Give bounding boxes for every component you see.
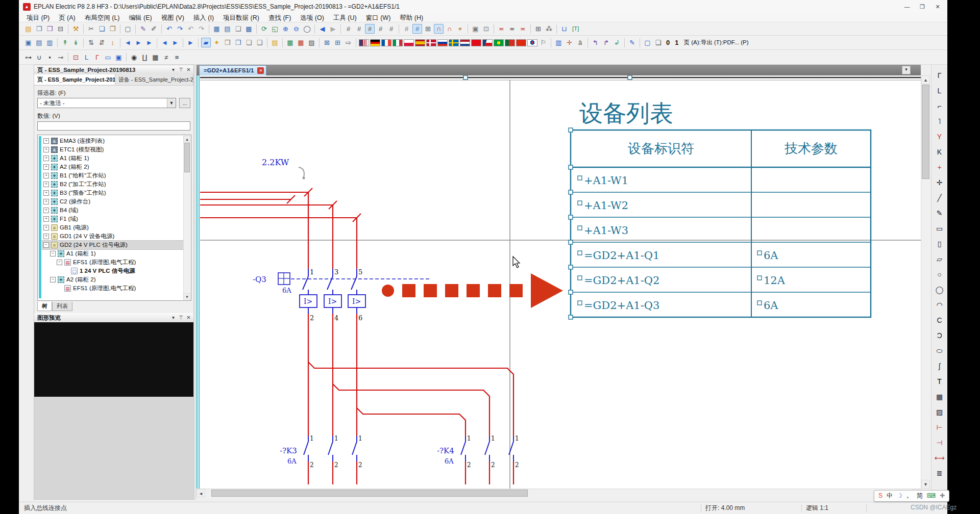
horizontal-scrollbar[interactable]: ◄ ► bbox=[197, 489, 921, 497]
circle2-tool-icon[interactable]: ◯ bbox=[934, 284, 946, 295]
filter-more-button[interactable]: ... bbox=[179, 98, 190, 108]
selection-handle[interactable] bbox=[569, 190, 573, 194]
polygon-tool-icon[interactable]: ▱ bbox=[934, 253, 946, 265]
tree-expander-icon[interactable]: + bbox=[43, 156, 49, 161]
flag-china-icon[interactable] bbox=[516, 39, 526, 46]
close-button[interactable]: ✕ bbox=[930, 2, 945, 12]
flag-italy-icon[interactable] bbox=[393, 39, 403, 46]
rectangle-tool-icon[interactable]: ▭ bbox=[934, 223, 946, 234]
tree-item[interactable]: − + A1 (箱柜 1) bbox=[42, 249, 184, 258]
potential-track-c-icon[interactable]: ≖ bbox=[518, 24, 528, 34]
tree-scroll-thumb[interactable] bbox=[184, 143, 190, 172]
tree-item[interactable]: + + B4 (域) bbox=[42, 206, 184, 215]
tree-item[interactable]: + + B2 ("加工"工作站) bbox=[42, 180, 184, 189]
export-scheme-label[interactable]: 页 (A):导出 (T):PDF... (P) bbox=[681, 38, 750, 47]
separator[interactable] bbox=[399, 24, 399, 34]
strike-tool-icon[interactable]: ≠ bbox=[161, 53, 171, 62]
undo-icon[interactable]: ↶ bbox=[164, 24, 174, 34]
panel-pin-icon[interactable]: ⊤ bbox=[177, 314, 185, 321]
tree-expander-icon[interactable]: + bbox=[43, 199, 49, 204]
frame-select-icon[interactable]: ▢ bbox=[643, 38, 652, 47]
snap-to-grid-icon[interactable]: # bbox=[412, 24, 422, 34]
separator[interactable] bbox=[126, 53, 127, 62]
menu-item[interactable]: 布局空间 (L) bbox=[80, 13, 125, 22]
magnet-off-icon[interactable]: ∩ bbox=[445, 24, 454, 34]
separator[interactable] bbox=[209, 24, 209, 34]
separator[interactable] bbox=[556, 24, 557, 34]
separator[interactable] bbox=[83, 38, 84, 47]
zoom-in-icon[interactable]: ⊕ bbox=[281, 24, 290, 34]
spline-tool-icon[interactable]: ʃ bbox=[934, 361, 946, 372]
flag-france-icon[interactable] bbox=[381, 39, 391, 46]
potential-track-b-icon[interactable]: ≖ bbox=[507, 24, 517, 34]
page-counter-zero[interactable]: 0 bbox=[664, 38, 672, 47]
schematic-canvas[interactable]: 2.2KW135246I>I>I>-Q36A121212-?K36A121212… bbox=[197, 75, 921, 489]
panel-pin-icon[interactable]: ⊤ bbox=[177, 66, 185, 73]
line-tool-icon[interactable]: ╱ bbox=[934, 192, 946, 203]
grid-e-icon[interactable]: # bbox=[386, 24, 396, 34]
tree-item[interactable]: + + F1 (域) bbox=[42, 215, 184, 223]
flag-denmark-icon[interactable] bbox=[426, 39, 436, 46]
tree-expander-icon[interactable]: + bbox=[43, 182, 49, 187]
bus-connection-point-icon[interactable]: ⊶ bbox=[23, 53, 33, 62]
panel-close-icon[interactable]: ✕ bbox=[185, 66, 192, 73]
tree-item[interactable]: + & EMA3 (连接列表) bbox=[42, 137, 184, 145]
pen-tool-icon[interactable]: ✎ bbox=[934, 208, 946, 219]
rectangle2-tool-icon[interactable]: ▯ bbox=[934, 238, 946, 249]
separator[interactable] bbox=[57, 38, 58, 47]
language-icon[interactable]: ⚐ bbox=[538, 38, 548, 47]
navigator-tab[interactable]: 页 - ESS_Sample_Project-2019... bbox=[34, 74, 115, 85]
tree-expander-icon[interactable]: + bbox=[43, 190, 49, 196]
separator[interactable] bbox=[587, 38, 588, 47]
document-tab[interactable]: =GD2+A1&EFS1/1 ✕ bbox=[199, 65, 266, 75]
zoom-out-icon[interactable]: ⊖ bbox=[291, 24, 301, 34]
flag-germany-icon[interactable] bbox=[370, 39, 380, 46]
scroll-down-icon[interactable]: ▼ bbox=[921, 480, 930, 489]
flag-turkey-icon[interactable] bbox=[471, 39, 481, 46]
circle-tool-icon[interactable]: ○ bbox=[934, 269, 946, 280]
redo-list-icon[interactable]: ↷ bbox=[197, 24, 206, 34]
structure-box-icon[interactable]: ⊡ bbox=[71, 53, 81, 62]
sort-desc-icon[interactable]: ⇵ bbox=[97, 38, 107, 47]
arc-tool-icon[interactable]: ◠ bbox=[934, 299, 946, 311]
new-icon[interactable]: ▤ bbox=[23, 24, 33, 34]
select-tool-icon[interactable]: ▰ bbox=[201, 38, 211, 47]
ellipse-tool-icon[interactable]: ⬭ bbox=[934, 345, 946, 356]
tree-expander-icon[interactable]: + bbox=[43, 147, 49, 152]
separator[interactable] bbox=[120, 24, 120, 34]
tree-item[interactable]: + ≡ GB1 (电源) bbox=[42, 223, 184, 232]
undo-list-icon[interactable]: ↶ bbox=[186, 24, 195, 34]
insert-table-icon[interactable]: ▦ bbox=[212, 24, 222, 34]
view-forward-icon[interactable]: ▶ bbox=[328, 24, 338, 34]
edit-symbol-icon[interactable]: ❒ bbox=[233, 38, 243, 47]
grid-a-icon[interactable]: # bbox=[344, 24, 353, 34]
ime-moon-icon[interactable]: ☽ bbox=[897, 491, 902, 501]
page-counter-one[interactable]: 1 bbox=[673, 38, 680, 47]
menu-item[interactable]: 项目数据 (R) bbox=[218, 13, 264, 22]
tree-scrollbar[interactable]: ▲ ▼ bbox=[183, 136, 190, 300]
connection-mode-icon[interactable]: ⊡ bbox=[481, 24, 491, 34]
tree-expander-icon[interactable]: + bbox=[43, 208, 49, 213]
wire[interactable] bbox=[200, 205, 333, 269]
check-icon[interactable]: ↲ bbox=[612, 38, 622, 47]
location-pin-icon[interactable]: ◉ bbox=[129, 53, 139, 62]
interruption-point-icon[interactable]: ∐ bbox=[140, 53, 150, 62]
separator[interactable] bbox=[198, 38, 199, 47]
snap-special-icon[interactable]: ⊞ bbox=[423, 24, 433, 34]
corner-tool-4-icon[interactable]: ˥ bbox=[934, 116, 946, 127]
ime-simplified-icon[interactable]: 简 bbox=[917, 491, 923, 501]
block-icon[interactable]: ▪ bbox=[45, 53, 55, 62]
angle-down-icon[interactable]: L bbox=[82, 53, 91, 62]
corner-tool-3-icon[interactable]: ⌐ bbox=[934, 100, 946, 112]
find-replace-icon[interactable]: ✛ bbox=[565, 38, 574, 47]
tree-expander-icon[interactable]: + bbox=[43, 164, 49, 170]
table-red-icon[interactable]: ▦ bbox=[296, 38, 306, 47]
list-tool-icon[interactable]: ≣ bbox=[934, 468, 946, 479]
device-table[interactable] bbox=[571, 130, 871, 317]
labeling-icon[interactable]: ⇨ bbox=[344, 38, 353, 47]
horizontal-scroll-thumb[interactable] bbox=[211, 490, 528, 497]
view-tab[interactable]: 列表 bbox=[52, 302, 72, 311]
tab-close-icon[interactable]: ✕ bbox=[257, 67, 264, 74]
tree-expander-icon[interactable]: − bbox=[43, 242, 49, 248]
selection-handle[interactable] bbox=[569, 240, 573, 244]
